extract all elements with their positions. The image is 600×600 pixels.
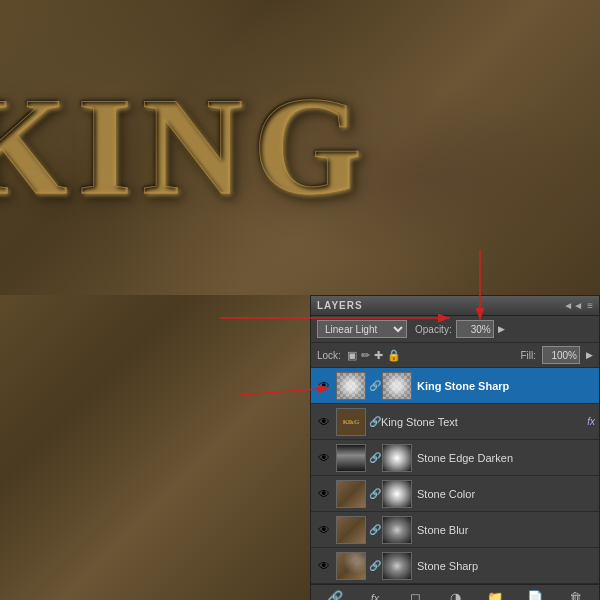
panel-titlebar: LAYERS ◄◄ ≡: [311, 296, 599, 316]
link-icon: 🔗: [369, 560, 379, 571]
link-layers-button[interactable]: 🔗: [324, 587, 346, 601]
link-icon: 🔗: [369, 452, 379, 463]
layer-thumbnail: [336, 516, 366, 544]
lock-all-icon[interactable]: 🔒: [387, 349, 401, 362]
layer-name: Stone Color: [415, 488, 595, 500]
layer-name: King Stone Text: [379, 416, 585, 428]
lock-move-icon[interactable]: ✚: [374, 349, 383, 362]
add-mask-button[interactable]: ◻: [404, 587, 426, 601]
layer-mask-thumbnail: [382, 480, 412, 508]
link-icon: 🔗: [369, 380, 379, 391]
layer-item[interactable]: 👁 🔗 Stone Edge Darken: [311, 440, 599, 476]
layer-mask-thumbnail: [382, 516, 412, 544]
layer-item[interactable]: 👁 🔗 Stone Sharp: [311, 548, 599, 584]
link-icon: 🔗: [369, 416, 379, 427]
layer-thumbnail: [336, 480, 366, 508]
delete-layer-button[interactable]: 🗑: [564, 587, 586, 601]
opacity-input[interactable]: [456, 320, 494, 338]
king-text: KING: [0, 65, 372, 226]
fill-label: Fill:: [520, 350, 536, 361]
eye-visibility-icon[interactable]: 👁: [315, 485, 333, 503]
eye-visibility-icon[interactable]: 👁: [315, 413, 333, 431]
eye-visibility-icon[interactable]: 👁: [315, 377, 333, 395]
layers-list: 👁 🔗 King Stone Sharp 👁 KlkG 🔗 King Stone…: [311, 368, 599, 584]
layer-item[interactable]: 👁 🔗 Stone Blur: [311, 512, 599, 548]
layer-mask-thumbnail: [382, 552, 412, 580]
panel-menu-icon[interactable]: ≡: [587, 300, 593, 311]
fx-button[interactable]: fx: [364, 587, 386, 601]
bottom-left-stone: [0, 295, 310, 600]
blend-mode-select[interactable]: Linear Light: [317, 320, 407, 338]
layer-item[interactable]: 👁 🔗 Stone Color: [311, 476, 599, 512]
layer-name: Stone Edge Darken: [415, 452, 595, 464]
panel-title: LAYERS: [317, 300, 363, 311]
lock-paint-icon[interactable]: ✏: [361, 349, 370, 362]
lock-icons: ▣ ✏ ✚ 🔒: [347, 349, 401, 362]
eye-visibility-icon[interactable]: 👁: [315, 449, 333, 467]
panel-title-icons: ◄◄ ≡: [563, 300, 593, 311]
layer-item[interactable]: 👁 KlkG 🔗 King Stone Text fx: [311, 404, 599, 440]
new-group-button[interactable]: 📁: [484, 587, 506, 601]
lock-row: Lock: ▣ ✏ ✚ 🔒 Fill: ▶: [311, 343, 599, 368]
lock-label: Lock:: [317, 350, 341, 361]
blend-opacity-row: Linear Light Opacity: ▶: [311, 316, 599, 343]
collapse-panel-icon[interactable]: ◄◄: [563, 300, 583, 311]
lock-pixels-icon[interactable]: ▣: [347, 349, 357, 362]
adjustment-button[interactable]: ◑: [444, 587, 466, 601]
layer-mask-thumbnail: [382, 372, 412, 400]
layer-name: Stone Sharp: [415, 560, 595, 572]
layer-thumbnail: [336, 372, 366, 400]
canvas-area: KING: [0, 0, 600, 295]
layer-name: Stone Blur: [415, 524, 595, 536]
layer-mask-thumbnail: [382, 444, 412, 472]
layer-item[interactable]: 👁 🔗 King Stone Sharp: [311, 368, 599, 404]
fill-input[interactable]: [542, 346, 580, 364]
eye-visibility-icon[interactable]: 👁: [315, 557, 333, 575]
panel-toolbar: 🔗 fx ◻ ◑ 📁 📄 🗑: [311, 584, 599, 600]
layer-thumbnail: KlkG: [336, 408, 366, 436]
eye-visibility-icon[interactable]: 👁: [315, 521, 333, 539]
layer-name: King Stone Sharp: [415, 380, 595, 392]
fx-badge: fx: [587, 416, 595, 427]
link-icon: 🔗: [369, 488, 379, 499]
opacity-arrow[interactable]: ▶: [498, 324, 505, 334]
layers-panel: LAYERS ◄◄ ≡ Linear Light Opacity: ▶ Lock…: [310, 295, 600, 600]
link-icon: 🔗: [369, 524, 379, 535]
fill-arrow[interactable]: ▶: [586, 350, 593, 360]
layer-thumbnail: [336, 444, 366, 472]
new-layer-button[interactable]: 📄: [524, 587, 546, 601]
opacity-label: Opacity:: [415, 324, 452, 335]
layer-thumbnail: [336, 552, 366, 580]
